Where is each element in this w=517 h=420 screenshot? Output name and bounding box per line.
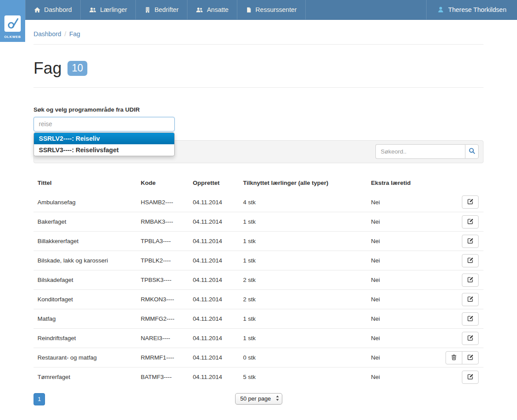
- cell-title: Billakkererfaget: [34, 232, 141, 251]
- search-icon: [468, 147, 476, 156]
- cell-actions: [437, 290, 483, 309]
- cell-actions: [437, 193, 483, 212]
- cell-apprentices: 1 stk: [243, 251, 371, 270]
- edit-button[interactable]: [462, 195, 479, 209]
- header-actions: [437, 180, 483, 193]
- cell-actions: [437, 348, 483, 368]
- building-icon: [144, 7, 151, 13]
- suggestion-item[interactable]: SSRLV3----: Reiselivsfaget: [34, 144, 174, 156]
- cell-created: 04.11.2014: [193, 348, 243, 368]
- cell-title: Tømrerfaget: [34, 368, 141, 387]
- table-row: Bakerfaget RMBAK3---- 04.11.2014 1 stk N…: [34, 212, 483, 232]
- cell-actions: [437, 251, 483, 270]
- delete-button[interactable]: [446, 351, 462, 364]
- cell-apprentices: 0 stk: [243, 348, 371, 368]
- nav-item-ressurssenter[interactable]: Ressurssenter: [237, 0, 305, 19]
- page-1-button[interactable]: 1: [34, 393, 45, 405]
- edit-button[interactable]: [462, 332, 479, 345]
- edit-icon: [467, 296, 474, 304]
- edit-button[interactable]: [462, 312, 479, 326]
- table-row: Bilskade, lakk og karosseri TPBLK2---- 0…: [34, 251, 483, 270]
- cell-created: 04.11.2014: [193, 193, 243, 212]
- nav-item-label: Dashbord: [44, 6, 72, 13]
- keyword-search-input[interactable]: [375, 144, 465, 159]
- cell-code: RMKON3----: [141, 290, 193, 309]
- row-actions: [462, 235, 479, 248]
- title-divider: [34, 87, 483, 88]
- select-arrows-icon: [276, 395, 279, 402]
- row-actions: [462, 215, 479, 229]
- cell-actions: [437, 212, 483, 232]
- nav-item-label: Lærlinger: [100, 6, 127, 13]
- cell-actions: [437, 329, 483, 348]
- cell-code: TPBSK3----: [141, 270, 193, 290]
- edit-button[interactable]: [462, 215, 479, 229]
- edit-icon: [467, 276, 474, 284]
- page-title-text: Fag: [34, 59, 62, 78]
- edit-icon: [467, 218, 474, 226]
- user-icon: [437, 6, 444, 13]
- cell-extra-time: Nei: [371, 290, 437, 309]
- header-opprettet: Opprettet: [193, 180, 243, 193]
- cell-code: NAREI3----: [141, 329, 193, 348]
- edit-button[interactable]: [462, 351, 479, 364]
- udir-search-input[interactable]: [34, 117, 175, 131]
- cell-actions: [437, 368, 483, 387]
- edit-button[interactable]: [462, 293, 479, 306]
- edit-button[interactable]: [462, 254, 479, 267]
- udir-search-label: Søk og velg programområde fra UDIR: [34, 106, 483, 113]
- row-actions: [462, 332, 479, 345]
- cell-code: TPBLA3----: [141, 232, 193, 251]
- edit-icon: [467, 198, 474, 206]
- table-row: Bilskadefaget TPBSK3---- 04.11.2014 2 st…: [34, 270, 483, 290]
- top-navbar: Dashbord Lærlinger Bedrifter Ansatte Res…: [0, 0, 517, 20]
- per-page-select[interactable]: 50 per page: [235, 393, 282, 405]
- cell-code: TPBLK2----: [141, 251, 193, 270]
- row-actions: [462, 195, 479, 209]
- typeahead-dropdown: SSRLV2----: Reiseliv SSRLV3----: Reiseli…: [34, 132, 175, 156]
- cell-extra-time: Nei: [371, 270, 437, 290]
- edit-button[interactable]: [462, 235, 479, 248]
- breadcrumb: Dashbord/Fag: [34, 20, 483, 45]
- edit-icon: [467, 373, 474, 381]
- cell-title: Restaurant- og matfag: [34, 348, 141, 368]
- cell-apprentices: 1 stk: [243, 232, 371, 251]
- table-row: Reindriftsfaget NAREI3---- 04.11.2014 1 …: [34, 329, 483, 348]
- cell-title: Konditorfaget: [34, 290, 141, 309]
- per-page-label: 50 per page: [240, 395, 271, 402]
- header-tittel: Tittel: [34, 180, 141, 193]
- suggestion-item[interactable]: SSRLV2----: Reiseliv: [34, 133, 174, 144]
- cell-code: HSAMB2----: [141, 193, 193, 212]
- table-header-row: Tittel Kode Opprettet Tilknyttet lærling…: [34, 180, 483, 193]
- nav-item-label: Ansatte: [207, 6, 229, 13]
- nav-item-dashbord[interactable]: Dashbord: [25, 0, 81, 19]
- cell-extra-time: Nei: [371, 232, 437, 251]
- nav-item-laerlinger[interactable]: Lærlinger: [81, 0, 136, 19]
- cell-extra-time: Nei: [371, 212, 437, 232]
- cell-extra-time: Nei: [371, 193, 437, 212]
- app-logo[interactable]: OLKWEB: [0, 0, 25, 42]
- cell-code: BATMF3----: [141, 368, 193, 387]
- cell-title: Reindriftsfaget: [34, 329, 141, 348]
- user-menu[interactable]: Therese Thorkildsen: [426, 0, 517, 19]
- page-title: Fag 10: [34, 59, 483, 78]
- cell-title: Bilskadefaget: [34, 270, 141, 290]
- cell-created: 04.11.2014: [193, 270, 243, 290]
- cell-actions: [437, 309, 483, 329]
- search-button[interactable]: [465, 144, 479, 159]
- edit-button[interactable]: [462, 371, 479, 384]
- cell-code: RMRMF1----: [141, 348, 193, 368]
- cell-extra-time: Nei: [371, 348, 437, 368]
- cell-created: 04.11.2014: [193, 309, 243, 329]
- header-tilknyttet: Tilknyttet lærlinger (alle typer): [243, 180, 371, 193]
- udir-search-section: Søk og velg programområde fra UDIR SSRLV…: [34, 106, 483, 131]
- table-row: Billakkererfaget TPBLA3---- 04.11.2014 1…: [34, 232, 483, 251]
- table-row: Ambulansefag HSAMB2---- 04.11.2014 4 stk…: [34, 193, 483, 212]
- cell-code: RMMFG2----: [141, 309, 193, 329]
- nav-item-bedrifter[interactable]: Bedrifter: [136, 0, 187, 19]
- nav-item-ansatte[interactable]: Ansatte: [187, 0, 237, 19]
- breadcrumb-dashbord[interactable]: Dashbord: [34, 30, 61, 38]
- cell-apprentices: 4 stk: [243, 193, 371, 212]
- edit-button[interactable]: [462, 274, 479, 287]
- cell-title: Bakerfaget: [34, 212, 141, 232]
